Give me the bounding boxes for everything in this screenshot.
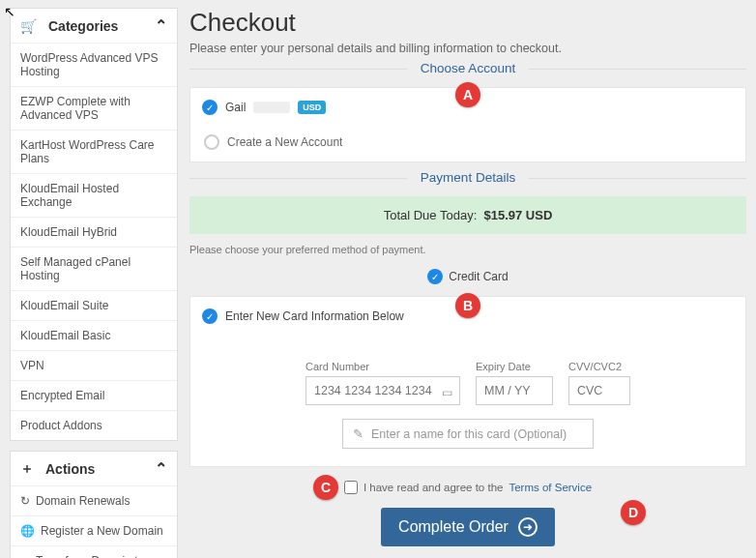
cvc-input[interactable] <box>568 376 630 405</box>
complete-order-label: Complete Order <box>398 518 509 536</box>
payment-details-title: Payment Details <box>407 170 529 185</box>
marker-a: A <box>455 82 480 107</box>
actions-panel: ＋ Actions ⌃ ↻Domain Renewals🌐Register a … <box>10 451 178 558</box>
radio-empty-icon <box>204 134 219 150</box>
sidebar-item-category[interactable]: KloudEmail Suite <box>11 290 177 320</box>
terms-checkbox[interactable] <box>344 481 358 494</box>
total-prefix: Total Due Today: <box>384 208 478 222</box>
actions-header[interactable]: ＋ Actions ⌃ <box>11 452 177 485</box>
marker-c: C <box>313 475 338 500</box>
refresh-icon: ↻ <box>20 494 30 508</box>
page-subtitle: Please enter your personal details and b… <box>189 42 746 55</box>
sidebar-item-action[interactable]: ↻Domain Renewals <box>11 485 177 515</box>
sidebar-item-category[interactable]: WordPress Advanced VPS Hosting <box>11 43 177 86</box>
sidebar-item-action[interactable]: ↪Transfer a Domain to KartHost <box>11 545 177 558</box>
action-label: Register a New Domain <box>41 524 163 538</box>
sidebar-item-category[interactable]: Encrypted Email <box>11 380 177 410</box>
currency-badge: USD <box>298 101 326 114</box>
sidebar-item-category[interactable]: Self Managed cPanel Hosting <box>11 247 177 290</box>
cart-icon: 🛒 <box>20 18 37 34</box>
expiry-field: Expiry Date <box>476 361 553 405</box>
card-name-input[interactable]: ✎ Enter a name for this card (Optional) <box>342 419 594 449</box>
expiry-label: Expiry Date <box>476 361 553 372</box>
card-name-placeholder: Enter a name for this card (Optional) <box>371 427 567 441</box>
check-icon: ✓ <box>202 100 218 115</box>
page-title: Checkout <box>189 8 746 38</box>
enter-new-card-label: Enter New Card Information Below <box>225 309 404 323</box>
action-label: Domain Renewals <box>36 494 130 508</box>
complete-order-button[interactable]: Complete Order ➜ <box>381 508 555 546</box>
chevron-up-icon: ⌃ <box>155 459 167 478</box>
plus-icon: ＋ <box>20 460 34 478</box>
sidebar-item-category[interactable]: KloudEmail HyBrid <box>11 217 177 247</box>
action-label: Transfer a Domain to KartHost <box>36 554 167 558</box>
sidebar-item-category[interactable]: KloudEmail Hosted Exchange <box>11 173 177 217</box>
sidebar-item-category[interactable]: VPN <box>11 350 177 380</box>
sidebar-item-category[interactable]: Product Addons <box>11 410 177 440</box>
sidebar-item-category[interactable]: EZWP Complete with Advanced VPS <box>11 86 177 130</box>
payment-pref-note: Please choose your preferred method of p… <box>189 244 746 255</box>
terms-link[interactable]: Terms of Service <box>509 482 592 493</box>
account-card: A ✓ Gail USD Create a New Account <box>189 87 746 162</box>
categories-header[interactable]: 🛒 Categories ⌃ <box>11 9 177 43</box>
cvc-field: CVV/CVC2 <box>568 361 630 405</box>
account-name-redacted <box>253 102 290 113</box>
sidebar-item-category[interactable]: KloudEmail Basic <box>11 320 177 350</box>
credit-card-option[interactable]: ✓ Credit Card <box>189 269 746 284</box>
main-content: Checkout Please enter your personal deta… <box>189 8 746 558</box>
create-account-row[interactable]: Create a New Account <box>202 134 734 150</box>
credit-card-label: Credit Card <box>449 270 508 283</box>
pencil-icon: ✎ <box>353 426 363 441</box>
create-account-label: Create a New Account <box>227 135 342 149</box>
marker-b: B <box>455 293 480 318</box>
categories-panel: 🛒 Categories ⌃ WordPress Advanced VPS Ho… <box>10 8 178 441</box>
terms-row: C I have read and agree to the Terms of … <box>189 481 746 494</box>
sidebar: 🛒 Categories ⌃ WordPress Advanced VPS Ho… <box>10 8 178 558</box>
categories-title: Categories <box>48 18 118 34</box>
globe-icon: 🌐 <box>20 524 35 538</box>
sidebar-item-action[interactable]: 🌐Register a New Domain <box>11 515 177 545</box>
card-number-field: Card Number ▭ <box>305 361 460 405</box>
choose-account-title: Choose Account <box>407 61 529 75</box>
expiry-input[interactable] <box>476 376 553 405</box>
card-icon: ▭ <box>442 386 452 399</box>
sidebar-item-category[interactable]: KartHost WordPress Care Plans <box>11 130 177 173</box>
cvc-label: CVV/CVC2 <box>568 361 630 372</box>
card-entry-panel: B ✓ Enter New Card Information Below Car… <box>189 296 746 467</box>
chevron-up-icon: ⌃ <box>155 16 167 35</box>
check-icon: ✓ <box>427 269 443 284</box>
card-number-input[interactable] <box>305 376 460 405</box>
cursor-icon: ↖ <box>4 4 15 19</box>
arrow-right-icon: ➜ <box>518 517 538 537</box>
card-number-label: Card Number <box>305 361 460 372</box>
marker-d: D <box>621 500 646 525</box>
check-icon: ✓ <box>202 308 218 324</box>
account-name: Gail <box>225 101 246 114</box>
total-value: $15.97 USD <box>484 208 553 222</box>
total-due-bar: Total Due Today: $15.97 USD <box>189 196 746 234</box>
terms-text: I have read and agree to the <box>363 482 504 493</box>
actions-title: Actions <box>45 461 95 477</box>
